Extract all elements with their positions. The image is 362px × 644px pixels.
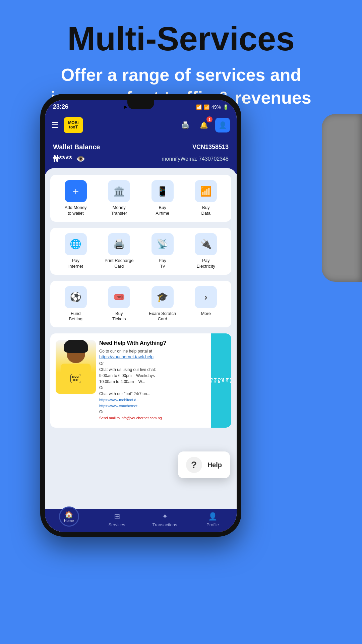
nav-profile[interactable]: 👤 Profile: [189, 512, 237, 527]
notification-badge: 1: [206, 116, 213, 122]
service-buy-airtime[interactable]: 📱 BuyAirtime: [142, 180, 183, 216]
hamburger-menu[interactable]: ☰: [52, 120, 59, 130]
buy-airtime-label: BuyAirtime: [156, 205, 169, 216]
money-transfer-label: MoneyTransfer: [111, 205, 127, 216]
service-add-money[interactable]: ＋ Add Moneyto wallet: [56, 180, 96, 216]
more-icon: ›: [195, 286, 217, 308]
status-time: 23:26: [53, 103, 68, 110]
nav-profile-label: Profile: [206, 522, 219, 527]
exam-scratch-card-icon: 🎓: [152, 286, 174, 308]
nav-transactions-label: Transactions: [153, 522, 177, 527]
bottom-nav: 🏠 Home ⊞ Services ✦ Transactions 👤 Profi…: [45, 509, 237, 532]
wallet-label: Wallet Balance: [53, 143, 100, 151]
nav-services[interactable]: ⊞ Services: [93, 512, 141, 527]
help-popup-label: Help: [207, 461, 222, 469]
service-buy-tickets[interactable]: 🎟️ BuyTickets: [99, 286, 139, 322]
print-recharge-icon: 🖨️: [108, 233, 130, 255]
buy-airtime-icon: 📱: [152, 180, 174, 202]
phone-frame: 23:26 ▶ ♪ f ··· 📶 📶 49% 🔋 ☰: [40, 94, 241, 537]
service-buy-data[interactable]: 📶 BuyData: [186, 180, 226, 216]
status-icons: 📶 📶 49% 🔋: [196, 104, 229, 110]
notification-icon[interactable]: 🔔 1: [196, 118, 211, 132]
add-money-icon: ＋: [65, 180, 87, 202]
help-text: Need Help With Anything? Go to our onlin…: [99, 340, 226, 421]
service-section-3: ⚽ FundBetting 🎟️ BuyTickets 🎓 Exam Scrat…: [50, 281, 231, 328]
exam-scratch-card-label: Exam ScratchCard: [149, 311, 176, 322]
secondary-phone-edge: [322, 114, 362, 282]
help-title: Need Help With Anything?: [99, 340, 226, 346]
service-section-1: ＋ Add Moneyto wallet 🏛️ MoneyTransfer 📱 …: [50, 175, 231, 222]
help-body: Or Chat with us using our live chat: 9:0…: [99, 361, 226, 421]
phone-notch: [127, 100, 154, 109]
fund-betting-label: FundBetting: [69, 311, 82, 322]
help-section: MOBitooT Need Help With Anything? Go to …: [50, 333, 231, 428]
nav-home-circle: 🏠 Home: [59, 506, 79, 527]
eye-icon[interactable]: 👁️: [76, 155, 85, 163]
help-popup[interactable]: ? Help: [178, 451, 230, 478]
printer-icon[interactable]: 🖨️: [178, 118, 192, 132]
nav-home[interactable]: 🏠 Home: [45, 513, 93, 527]
wallet-vcn: VCN1358513: [192, 144, 229, 151]
print-recharge-label: Print RechargeCard: [105, 258, 134, 269]
service-pay-tv[interactable]: 📡 PayTv: [142, 233, 183, 269]
service-fund-betting[interactable]: ⚽ FundBetting: [56, 286, 96, 322]
fund-betting-icon: ⚽: [65, 286, 87, 308]
pay-internet-label: PayInternet: [68, 258, 83, 269]
teal-side-banner: DoheyoGoHeRe: [211, 333, 231, 428]
pay-tv-label: PayTv: [159, 258, 166, 269]
buy-data-label: BuyData: [201, 205, 210, 216]
money-transfer-icon: 🏛️: [108, 180, 130, 202]
wallet-amount-masked: ₦****: [53, 154, 72, 164]
pay-tv-icon: 📡: [152, 233, 174, 255]
help-popup-icon: ?: [186, 457, 202, 473]
buy-data-icon: 📶: [195, 180, 217, 202]
service-section-2: 🌐 PayInternet 🖨️ Print RechargeCard 📡 Pa…: [50, 228, 231, 275]
nav-services-label: Services: [109, 522, 125, 527]
help-body-line1: Go to our online help portal at: [99, 348, 226, 354]
app-header: ☰ MOBitooT 🖨️ 🔔 1 👤: [45, 112, 237, 140]
pay-electricity-label: PayElectricity: [196, 258, 215, 269]
add-money-label: Add Moneyto wallet: [65, 205, 87, 216]
transactions-icon: ✦: [162, 512, 168, 521]
service-print-recharge[interactable]: 🖨️ Print RechargeCard: [99, 233, 139, 269]
pay-electricity-icon: 🔌: [195, 233, 217, 255]
home-icon: 🏠: [65, 511, 73, 519]
service-more[interactable]: › More: [186, 286, 226, 322]
buy-tickets-label: BuyTickets: [112, 311, 126, 322]
app-logo: MOBitooT: [64, 117, 83, 133]
page-title: Multi-Services: [27, 20, 335, 57]
service-pay-internet[interactable]: 🌐 PayInternet: [56, 233, 96, 269]
service-exam-scratch-card[interactable]: 🎓 Exam ScratchCard: [142, 286, 183, 322]
more-label: More: [201, 311, 211, 317]
service-money-transfer[interactable]: 🏛️ MoneyTransfer: [99, 180, 139, 216]
help-avatar: MOBitooT: [56, 340, 96, 394]
wallet-account: monnifyWema: 7430702348: [162, 156, 229, 162]
services-icon: ⊞: [114, 512, 120, 521]
buy-tickets-icon: 🎟️: [108, 286, 130, 308]
nav-home-label: Home: [64, 519, 74, 523]
pay-internet-icon: 🌐: [65, 233, 87, 255]
nav-profile-icon: 👤: [208, 512, 217, 521]
service-pay-electricity[interactable]: 🔌 PayElectricity: [186, 233, 226, 269]
phone-screen: 23:26 ▶ ♪ f ··· 📶 📶 49% 🔋 ☰: [45, 100, 237, 532]
help-link[interactable]: https://vouchernet.tawk.help: [99, 354, 226, 359]
profile-icon[interactable]: 👤: [215, 118, 230, 132]
nav-transactions[interactable]: ✦ Transactions: [141, 512, 189, 527]
